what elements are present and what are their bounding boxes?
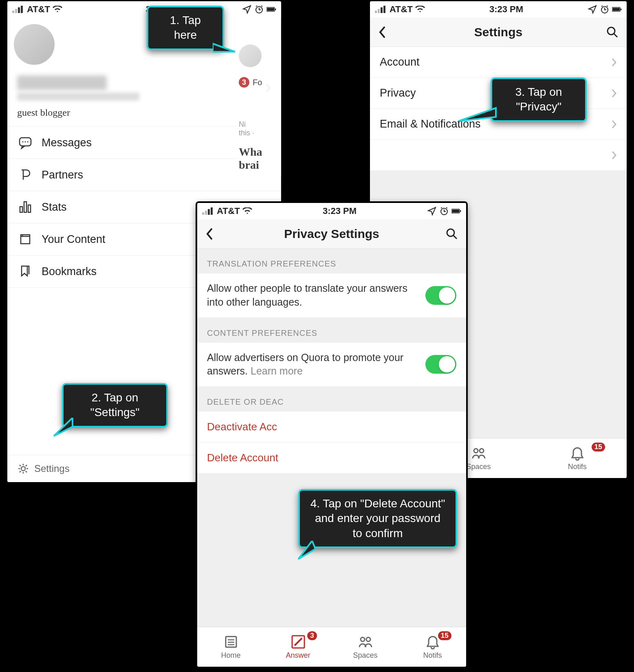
svg-rect-30 (208, 209, 210, 215)
tab-notifs[interactable]: Notifs 15 (528, 438, 627, 478)
search-icon (446, 228, 458, 240)
wifi-icon (415, 6, 425, 13)
battery-icon (266, 4, 276, 14)
battery-icon (451, 206, 461, 216)
nav-bar: Settings (370, 18, 627, 47)
delete-account-row[interactable]: Delete Account (197, 443, 466, 474)
callout-1: 1. Tap here (147, 6, 224, 50)
svg-rect-1 (378, 9, 380, 13)
svg-rect-12 (12, 11, 14, 13)
svg-rect-34 (452, 209, 459, 213)
search-button[interactable] (602, 26, 619, 38)
section-translation: TRANSLATION PREFERENCES (197, 249, 466, 273)
svg-rect-6 (612, 8, 620, 11)
svg-rect-19 (275, 9, 276, 10)
home-icon (223, 634, 239, 650)
tab-bar: Home Answer 3 Spaces Notifs 15 (197, 627, 466, 667)
svg-rect-25 (24, 202, 26, 212)
svg-point-39 (361, 637, 365, 641)
learn-more-link[interactable]: Learn more (251, 365, 303, 377)
tab-spaces[interactable]: Spaces (332, 627, 399, 667)
status-time: 3:23 PM (489, 4, 523, 15)
location-icon (242, 4, 252, 14)
tab-badge: 15 (592, 443, 605, 452)
status-time: 3:23 PM (323, 206, 357, 216)
toggle-translation[interactable] (425, 286, 456, 305)
section-content: CONTENT PREFERENCES (197, 318, 466, 343)
search-button[interactable] (442, 228, 458, 240)
tab-badge: 15 (438, 631, 451, 640)
profile-name-blurred (17, 75, 107, 90)
tab-notifs[interactable]: Notifs 15 (399, 627, 466, 667)
row-label: Bookmarks (42, 265, 97, 278)
svg-rect-18 (267, 8, 274, 11)
settings-item-blank[interactable] (370, 140, 627, 171)
chevron-right-icon (611, 119, 617, 129)
svg-rect-0 (375, 11, 377, 13)
svg-point-23 (27, 141, 29, 143)
tab-label: Notifs (423, 651, 442, 660)
back-button[interactable] (205, 228, 222, 240)
svg-point-10 (474, 449, 478, 453)
svg-rect-29 (205, 211, 207, 215)
carrier-label: AT&T (27, 4, 50, 15)
settings-label: Settings (34, 463, 70, 474)
feed-avatar[interactable] (239, 44, 262, 67)
alarm-icon (254, 4, 264, 14)
feed-topic[interactable]: 3 Fo (239, 77, 279, 88)
deactivate-account-row[interactable]: Deactivate Acc (197, 412, 466, 443)
status-bar: AT&T 3:23 PM (370, 1, 627, 18)
setting-text: Allow advertisers on Quora to promote yo… (207, 351, 425, 379)
svg-rect-26 (28, 205, 31, 212)
svg-point-40 (366, 637, 370, 641)
callout-2: 2. Tap on "Settings" (62, 383, 168, 427)
tab-label: Notifs (568, 463, 587, 471)
spaces-icon (358, 634, 373, 650)
svg-point-8 (608, 27, 615, 35)
profile-avatar[interactable] (14, 24, 55, 65)
partners-icon (17, 168, 33, 182)
chevron-right-icon (611, 57, 617, 67)
spaces-icon (471, 445, 487, 461)
callout-tail-icon (457, 105, 498, 125)
settings-item-account[interactable]: Account (370, 47, 627, 78)
toggle-advertisers[interactable] (425, 355, 456, 374)
tab-badge: 3 (307, 631, 317, 640)
setting-translation: Allow other people to translate your ans… (197, 273, 466, 318)
feed-topic-text: Fo (253, 78, 262, 87)
row-label: Partners (42, 169, 83, 181)
svg-point-36 (447, 229, 454, 236)
svg-rect-28 (202, 212, 204, 215)
setting-text: Allow other people to translate your ans… (207, 282, 425, 309)
tab-answer[interactable]: Answer 3 (264, 627, 332, 667)
section-delete: DELETE OR DEAC (197, 387, 466, 412)
svg-rect-31 (211, 207, 213, 215)
screen-privacy: AT&T 3:23 PM Privacy Settings TRANSLATIO… (197, 203, 466, 667)
signal-icon (202, 207, 214, 215)
search-icon (606, 26, 619, 38)
row-label: Stats (42, 201, 67, 214)
badge: 3 (239, 77, 249, 88)
svg-rect-35 (460, 210, 461, 212)
svg-marker-42 (54, 418, 73, 436)
back-button[interactable] (378, 26, 394, 38)
svg-rect-14 (18, 7, 20, 13)
row-label: Delete Account (207, 452, 278, 464)
svg-rect-24 (20, 207, 22, 212)
chevron-right-icon (611, 150, 617, 160)
chevron-left-icon (205, 228, 213, 240)
nav-bar: Privacy Settings (197, 219, 466, 249)
location-icon (427, 206, 437, 216)
row-label: Deactivate Acc (207, 421, 277, 433)
tab-home[interactable]: Home (197, 627, 264, 667)
gear-icon (17, 463, 29, 475)
tab-label: Home (221, 651, 240, 660)
feed-peek[interactable]: 3 Fo Ni this · Wha brai (236, 40, 281, 176)
signal-icon (12, 6, 24, 13)
wifi-icon (242, 207, 252, 215)
svg-marker-44 (298, 541, 315, 559)
feed-question[interactable]: Wha brai (239, 145, 279, 172)
messages-icon (17, 136, 33, 150)
callout-3: 3. Tap on "Privacy" (491, 77, 587, 122)
stats-icon (17, 200, 33, 214)
